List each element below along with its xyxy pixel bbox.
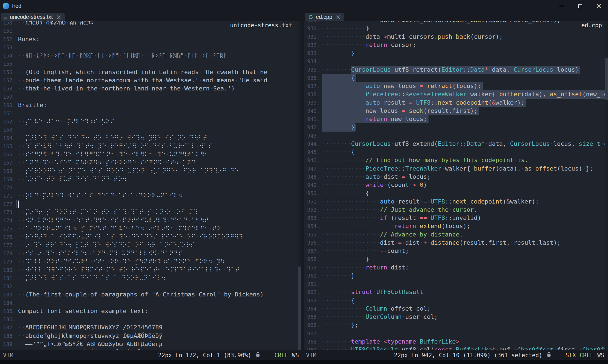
minimize-button[interactable] [552,0,571,12]
scrollbar[interactable] [605,21,608,350]
editor-line[interactable]: 170. [0,183,301,192]
editor-line[interactable]: 175.··⠁·⠙⠕⠕⠗⠤⠝⠁⠊⠇⠲·⡊·⠍⠊⠣⠞·⠙⠁⠧⠑·⠃⠑⠲·⠔⠊⠇⠔⠫… [0,225,301,233]
editor-line[interactable]: 957.················--count; [304,247,608,255]
editor-line[interactable]: 944.········CursorLocus·utf8_extend(Edit… [304,140,608,148]
editor-line[interactable]: 184. [0,299,301,307]
editor-line[interactable]: 185.Compact·font·selection·example·text: [0,307,301,315]
editor-line[interactable]: 946.············//·Find·out·how·many·byt… [304,156,608,164]
editor-line[interactable]: 960.········} [304,272,608,280]
editor-line[interactable]: 969.········UTF8ColResult·utf8_col(const… [304,346,608,350]
tab-unicode-stress-txt[interactable]: ≡ unicode-stress.txt × [1,13,65,21]
scrollbar-thumb[interactable] [298,266,301,350]
editor-line[interactable]: 929.················data->multi_cursors.… [304,21,608,24]
scrollbar[interactable] [298,21,301,350]
tab-ed-cpp[interactable]: ed.cpp × [305,13,344,21]
eol-flag-crlf[interactable]: CRLF [274,352,288,359]
editor-line[interactable]: 157.··bude·thaem·lande·northweardum·with… [0,76,301,84]
editor-line[interactable]: 950.············{ [304,189,608,197]
editor-line[interactable]: 186. [0,315,301,323]
editor-line[interactable]: 933.········} [304,49,608,57]
editor-pane-left[interactable]: 150.··እግርህን·በፍራሽህ·ልክ·ዘርጋ።151.152.Runes:1… [0,21,301,350]
editor-line[interactable]: 189.··–—‘“”„†•…‰™œŠŸž€·ΑΒΓΔΩαβγδω·АБВГДа… [0,340,301,348]
lock-icon[interactable] [547,352,551,359]
editor-line[interactable]: 962.········struct·UTF8ColResult [304,288,608,296]
editor-line[interactable]: 930.············} [304,24,608,32]
editor-line[interactable]: 187.··ABCDEFGHIJKLMNOPQRSTUVWXYZ·/012345… [0,323,301,332]
editor-line[interactable]: 931.············data->multi_cursors.push… [304,33,608,41]
editor-line[interactable]: 949.············while·(count·>·0) [304,181,608,189]
editor-line[interactable]: 183.··(The·first·couple·of·paragraphs·of… [0,290,301,299]
editor-line[interactable]: 159. [0,93,301,101]
editor-line[interactable]: 153. [0,43,301,51]
editor-line[interactable]: 179.··⠩⠁⠇⠇·⠝⠕⠞·⠙⠊⠌⠥⠗⠃·⠊⠞⠂·⠕⠗·⠹⠑·⡊⠳⠝⠞⠗⠹⠰⠎… [0,257,301,266]
editor-line[interactable]: 155. [0,60,301,68]
editor-line[interactable]: 171.··⡕⠇⠙·⡍⠜⠇⠑⠹·⠺⠁⠎·⠁⠎·⠙⠑⠁⠙·⠁⠎·⠁·⠙⠕⠕⠗⠤⠝⠁… [0,192,301,200]
editor-line[interactable]: 938.············PieceTree::ReverseTreeWa… [304,90,608,98]
editor-line[interactable]: 163. [0,126,301,134]
editor-line[interactable]: 953.················if·(result·==·UTF8::… [304,214,608,222]
editor-line[interactable]: 947.············PieceTree::TreeWalker·wa… [304,165,608,173]
editor-line[interactable]: 161. [0,109,301,117]
editor-line[interactable]: 154.··ᚻᛖ·ᚳᚹᚫᚦ·ᚦᚫᛏ·ᚻᛖ·ᛒᚢᛞᛖ·ᚩᚾ·ᚦᚫᛗ·ᛚᚪᚾᛞᛖ·ᚾ… [0,51,301,60]
editor-line[interactable]: 958.············} [304,255,608,263]
editor-line[interactable]: 955.················//·Advance·by·distan… [304,230,608,239]
scrollbar-thumb[interactable] [605,58,608,100]
editor-line[interactable]: 935.········CursorLocus·utf8_retract(Edi… [304,66,608,74]
editor-line[interactable]: 182. [0,282,301,290]
editor-line[interactable]: 952.················//·Just·advance·the·… [304,206,608,214]
eol-flag-crlf[interactable]: CRLF [580,352,594,359]
editor-line[interactable]: 177.··⠔·⠹⠑·⠞⠗⠁⠙⠑⠲·⡃⠥⠞·⠹⠑·⠺⠊⠎⠙⠕⠍·⠕⠋·⠳⠗·⠁⠝… [0,241,301,249]
editor-line[interactable]: 954.····················return·extend(lo… [304,222,608,230]
editor-line[interactable]: 164.··⡍⠜⠇⠑⠹·⠺⠁⠎·⠙⠑⠁⠙⠒·⠞⠕·⠃⠑⠛⠔·⠺⠊⠹⠲·⡹⠻⠑·⠊… [0,134,301,142]
tab-close-icon[interactable]: × [336,14,341,20]
editor-line[interactable]: 945.········{ [304,148,608,156]
editor-line[interactable]: 180.··⠺⠊⠇⠇·⠹⠻⠑⠋⠕⠗⠑·⠏⠻⠍⠊⠞·⠍⠑·⠞⠕·⠗⠑⠏⠑⠁⠞⠂·⠑… [0,266,301,274]
editor-line[interactable]: 172. [0,200,301,208]
editor-line[interactable]: 152.Runes: [0,35,301,43]
editor-line[interactable]: 963.········{ [304,296,608,305]
eol-flag-stx[interactable]: STX [565,352,576,359]
editor-line[interactable]: 156.··(Old·English,·which·transcribed·in… [0,68,301,76]
editor-line[interactable]: 158.··that·he·lived·in·the·northern·land… [0,84,301,93]
maximize-button[interactable] [571,0,589,12]
editor-line[interactable]: 174.··⠪⠝·⠅⠝⠪⠇⠫⠛⠑⠂·⠱⠁⠞·⠹⠻⠑·⠊⠎·⠏⠜⠞⠊⠊⠥⠇⠜⠇⠹·… [0,216,301,225]
editor-line[interactable]: 951.················auto·result·=·UTF8::… [304,198,608,206]
editor-line[interactable]: 959.············return·dist; [304,263,608,272]
editor-line[interactable]: 178.··⠊⠎·⠔·⠹⠑·⠎⠊⠍⠊⠇⠑⠆·⠁⠝⠙·⠍⠹·⠥⠝⠙⠁⠇⠇⠪⠫·⠙⠁… [0,249,301,257]
editor-line[interactable]: 176.··⠗⠑⠛⠜⠙·⠁·⠊⠕⠋⠋⠔⠤⠝⠁⠊⠇·⠁⠎·⠹⠑·⠙⠑⠁⠙⠑⠌·⠏⠊… [0,233,301,241]
editor-line[interactable]: 165.··⠱⠁⠞⠑⠧⠻·⠁⠃⠳⠞·⠹⠁⠞⠲·⡹⠑·⠗⠑⠛⠊⠌⠻·⠕⠋·⠙⠊⠎·… [0,142,301,150]
editor-line[interactable]: 948.············auto·dist·=·locus; [304,173,608,181]
editor-pane-right[interactable]: 929.················data->multi_cursors.… [304,21,608,350]
close-button[interactable]: × [589,0,608,12]
editor-line[interactable]: 168.··⡎⠊⠗⠕⠕⠛⠑⠰⠎·⠝⠁⠍⠑·⠺⠁⠎·⠛⠕⠕⠙·⠥⠏⠕⠝·⠰⡡⠁⠝⠛… [0,167,301,175]
editor-line[interactable]: 964.············Column·offset_col; [304,305,608,313]
lock-icon[interactable] [256,352,260,359]
editor-line[interactable]: 934. [304,57,608,65]
editor-line[interactable]: 939.············auto·result·=·UTF8::next… [304,99,608,107]
editor-line[interactable]: 160.Braille: [0,101,301,109]
editor-line[interactable]: 181.··⡍⠜⠇⠑⠹·⠺⠁⠎·⠁⠎·⠙⠑⠁⠙·⠁⠎·⠁·⠙⠕⠕⠗⠤⠝⠁⠊⠇⠲ [0,274,301,282]
editor-line[interactable]: 937.············auto·new_locus·=·retract… [304,82,608,90]
pane-divider[interactable] [301,21,304,350]
editor-line[interactable]: 941.············return·new_locus; [304,115,608,123]
editor-line[interactable]: 965.············UserColumn·user_col; [304,313,608,321]
titlebar[interactable]: fred × [0,0,608,12]
editor-line[interactable]: 942.········} [304,123,608,131]
eol-flag-ws[interactable]: WS [597,352,604,359]
editor-line[interactable]: 167.··⠁⠝⠙·⠹⠑·⠡⠊⠑⠋·⠍⠳⠗⠝⠻⠲·⡎⠊⠗⠕⠕⠛⠑·⠎⠊⠛⠝⠫·⠊… [0,159,301,167]
editor-line[interactable]: 967. [304,329,608,338]
editor-line[interactable]: 932.············return·cursor; [304,41,608,49]
editor-line[interactable]: 936.········{ [304,74,608,82]
editor-line[interactable]: 188.··abcdefghijklmnopqrstuvwxyz·£©µÀÆÖÞ… [0,332,301,340]
editor-line[interactable]: 173.··⡍⠔⠙⠖·⡊·⠙⠕⠝⠰⠞·⠍⠑⠁⠝·⠞⠕·⠎⠁⠹·⠹⠁⠞·⡊·⠅⠝⠪… [0,208,301,216]
editor-line[interactable]: 966.········}; [304,321,608,329]
eol-flag-ws[interactable]: WS [292,352,299,359]
editor-line[interactable]: 956.················dist·=·dist·+·distan… [304,239,608,247]
editor-line[interactable]: 166.··⠎⠊⠛⠝⠫·⠃⠹·⠹⠑·⠊⠇⠻⠛⠹⠍⠁⠝⠂·⠹⠑·⠊⠇⠻⠅⠂·⠹⠑·… [0,150,301,159]
editor-line[interactable]: 169.··⠡⠕⠎⠑·⠞⠕·⠏⠥⠞·⠙⠊⠎·⠙⠁⠝⠙·⠞⠕⠲ [0,175,301,183]
editor-line[interactable]: 162.··⡌⠁⠧⠑·⠼⠁⠒··⡍⠜⠇⠑⠹⠰⠎·⡣⠕⠌ [0,117,301,126]
editor-line[interactable]: 940.············new_locus·=·seek(result.… [304,107,608,115]
editor-line[interactable]: 190.··∀∂∈ℝ∧∪≡∞·↑↗↨↻⇣·┐┼╔╘░►☺♀·ﬁ�⑀₂ἠḂӥẄɐː… [0,348,301,350]
editor-line[interactable]: 943. [304,132,608,140]
editor-line[interactable]: 968.········template·<typename·BufferLik… [304,338,608,346]
